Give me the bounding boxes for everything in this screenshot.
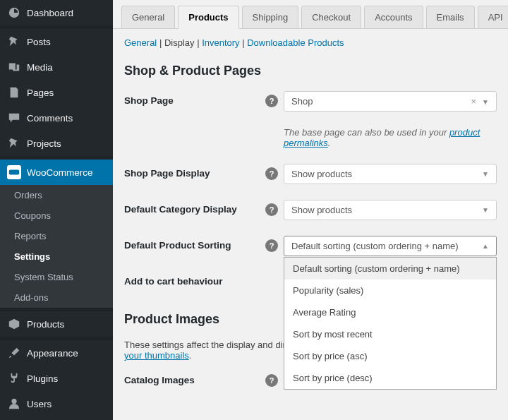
select-value: Shop [291,96,313,107]
help-icon[interactable]: ? [265,203,278,216]
tab-accounts[interactable]: Accounts [364,6,423,28]
sidebar-sub-settings[interactable]: Settings [0,246,113,267]
sidebar-item-pages[interactable]: Pages [0,80,113,105]
select-value: Default sorting (custom ordering + name) [291,241,459,251]
sidebar-item-label: WooCommerce [27,167,93,178]
label-shop-page-display: Shop Page Display [124,164,265,179]
products-icon [7,317,21,331]
help-icon[interactable]: ? [265,239,278,252]
thumbnails-link[interactable]: your thumbnails [124,350,189,361]
sort-option[interactable]: Sort by most recent [284,323,496,345]
select-value: Show products [291,169,352,179]
svg-point-1 [11,399,16,404]
sidebar-sub-orders[interactable]: Orders [0,185,113,205]
sidebar-item-posts[interactable]: Posts [0,29,113,54]
chevron-down-icon: ▼ [482,98,489,106]
sidebar-item-label: Pages [27,88,54,98]
sidebar-item-appearance[interactable]: Appearance [0,340,113,366]
sidebar-item-tools[interactable]: Tools [0,416,113,420]
tab-api[interactable]: API [478,6,508,28]
chevron-down-icon: ▼ [482,206,489,214]
sidebar-sub-system-status[interactable]: System Status [0,267,113,287]
settings-tabs: General Products Shipping Checkout Accou… [113,0,508,29]
plug-icon [7,371,21,385]
label-add-to-cart: Add to cart behaviour [124,272,265,287]
products-subnav: General | Display | Inventory | Download… [113,29,508,54]
sidebar-item-label: Dashboard [27,8,73,18]
chevron-down-icon: ▼ [482,170,489,178]
media-icon [7,60,21,74]
svg-rect-0 [9,169,19,174]
sidebar-item-users[interactable]: Users [0,391,113,416]
sidebar-item-label: Projects [27,138,61,149]
label-default-category: Default Category Display [124,200,265,215]
section-heading-shop: Shop & Product Pages [124,64,497,78]
sort-option[interactable]: Default sorting (custom ordering + name) [284,258,496,280]
user-icon [7,397,21,411]
default-sort-select[interactable]: Default sorting (custom ordering + name)… [284,236,497,256]
tab-products[interactable]: Products [178,6,238,29]
sidebar-item-label: Media [27,62,53,73]
subnav-general[interactable]: General [124,37,157,48]
help-icon[interactable]: ? [265,374,278,387]
admin-sidebar: Dashboard Posts Media Pages Comments Pro… [0,0,113,420]
tab-shipping[interactable]: Shipping [242,6,299,28]
sort-option[interactable]: Popularity (sales) [284,280,496,301]
sort-option[interactable]: Sort by price (desc) [284,367,496,389]
subnav-downloadable[interactable]: Downloadable Products [247,37,344,48]
shop-page-display-select[interactable]: Show products ▼ [284,164,497,184]
tab-checkout[interactable]: Checkout [301,6,361,28]
label-shop-page: Shop Page [124,91,265,106]
tab-emails[interactable]: Emails [426,6,475,28]
shop-page-select[interactable]: Shop ×▼ [284,91,497,112]
sort-option[interactable]: Average Rating [284,301,496,323]
sidebar-item-label: Users [27,399,52,409]
sidebar-sub-coupons[interactable]: Coupons [0,205,113,226]
default-category-select[interactable]: Show products ▼ [284,200,497,220]
brush-icon [7,346,21,360]
chevron-up-icon: ▲ [482,242,489,250]
label-default-sort: Default Product Sorting [124,236,265,251]
sidebar-item-plugins[interactable]: Plugins [0,366,113,391]
sidebar-item-label: Plugins [27,373,58,384]
woo-icon [7,165,21,179]
sidebar-item-label: Products [27,319,64,330]
sidebar-item-products[interactable]: Products [0,311,113,337]
comment-icon [7,111,21,125]
sidebar-item-label: Comments [27,113,73,124]
main-panel: General Products Shipping Checkout Accou… [113,0,508,420]
sidebar-sub-addons[interactable]: Add-ons [0,287,113,308]
subnav-inventory[interactable]: Inventory [202,37,239,48]
sidebar-sub-reports[interactable]: Reports [0,226,113,246]
sidebar-item-projects[interactable]: Projects [0,131,113,156]
select-value: Show products [291,205,352,215]
sidebar-item-dashboard[interactable]: Dashboard [0,0,113,25]
sidebar-item-woocommerce[interactable]: WooCommerce [0,160,113,185]
tab-general[interactable]: General [121,6,175,28]
sidebar-item-comments[interactable]: Comments [0,105,113,131]
pin-icon [7,35,21,49]
shop-page-hint: The base page can also be used in your p… [284,127,497,148]
sidebar-item-label: Appearance [27,348,78,359]
label-catalog-images: Catalog Images [124,371,265,385]
page-icon [7,85,21,100]
subnav-display[interactable]: Display [164,37,195,48]
sort-options-dropdown: Default sorting (custom ordering + name)… [284,257,497,390]
pin-icon [7,136,21,150]
sort-option[interactable]: Sort by price (asc) [284,345,496,367]
dashboard-icon [7,6,21,20]
help-icon[interactable]: ? [265,95,278,107]
help-icon[interactable]: ? [265,167,278,180]
sidebar-item-label: Posts [27,37,51,47]
sidebar-item-media[interactable]: Media [0,54,113,80]
clear-icon[interactable]: × [471,96,477,107]
